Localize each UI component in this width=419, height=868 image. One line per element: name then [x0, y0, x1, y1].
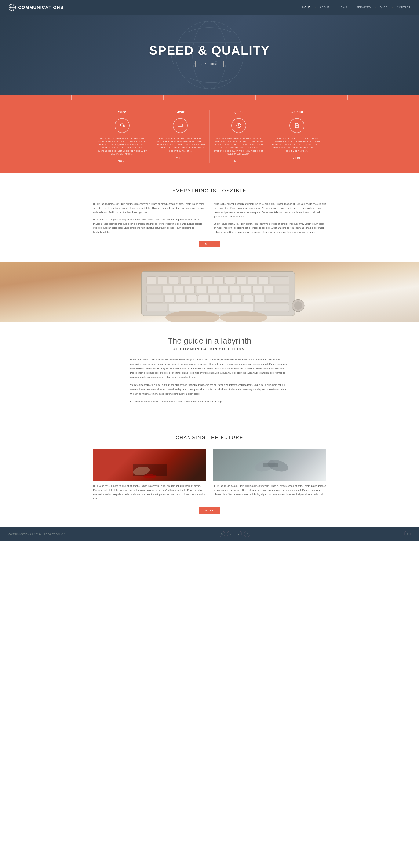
feature-wise-text: NULLA FACILISI AENEAN NECTIBULUM ANTE IP… — [97, 137, 147, 155]
labyrinth-p1: Donec eget tallus non erat lacinia ferme… — [130, 358, 289, 379]
svg-point-64 — [143, 474, 156, 478]
footer: COMMUNICATIONS © 2014+ PRIVACY POLICY ⊕ … — [0, 527, 419, 541]
everything-columns: Nullam iaculis lacinia est. Proin dictum… — [93, 202, 326, 235]
features-section: Wise NULLA FACILISI AENEAN NECTIBULUM AN… — [0, 99, 419, 173]
hero-content: SPEED & QUALITY READ MORE — [149, 43, 270, 67]
future-grid: Nulla vene natu. In pede mi aliquet sit … — [93, 449, 326, 501]
feature-wise-more[interactable]: MORE — [118, 160, 127, 162]
feature-careful: Careful PRIM FAUCIBUS ORC LU CFUS ET TRI… — [268, 110, 326, 163]
labyrinth-p2: Volutate dit aspernatur aut odi aut fugi… — [130, 383, 289, 396]
svg-rect-43 — [264, 286, 273, 293]
footer-arrow-up[interactable]: ↑ — [404, 531, 411, 537]
headphones-icon — [119, 123, 125, 128]
labyrinth-p3: Iu suscipit laboriosam nisi id aliquet e… — [130, 400, 289, 404]
svg-rect-16 — [178, 124, 183, 127]
feature-careful-more[interactable]: MORE — [292, 157, 301, 159]
everything-section: EVERYTHING IS POSSIBLE Nullam iaculis la… — [0, 173, 419, 262]
svg-rect-58 — [255, 304, 289, 312]
svg-rect-30 — [248, 277, 257, 284]
svg-rect-24 — [180, 277, 190, 284]
keyboard-section — [0, 262, 419, 321]
everything-title: EVERYTHING IS POSSIBLE — [8, 188, 411, 193]
nav-about[interactable]: ABOUT — [320, 6, 329, 9]
keyboard-svg — [73, 262, 346, 321]
nav-news[interactable]: NEWS — [339, 6, 347, 9]
future-item-2: Bulum iaculis lacinia est. Proin dictum … — [213, 449, 326, 501]
feature-quick-title: Quick — [214, 110, 263, 114]
everything-col2-p2: Bulum iaculis lacinia est. Proin dictum … — [214, 222, 326, 235]
svg-rect-68 — [263, 463, 278, 467]
hero-section: SPEED & QUALITY READ MORE — [0, 15, 419, 95]
feature-careful-icon-circle — [289, 118, 304, 133]
svg-rect-41 — [241, 286, 251, 293]
social-icon-twitter[interactable]: ▶ — [235, 531, 242, 537]
svg-rect-56 — [147, 304, 167, 312]
future-image-mouse — [93, 449, 206, 480]
header: COMMUNICATIONS HOME / ABOUT / NEWS / SER… — [0, 0, 419, 15]
nav-home[interactable]: HOME — [302, 6, 311, 9]
svg-rect-23 — [169, 277, 179, 284]
svg-rect-22 — [158, 277, 167, 284]
svg-point-60 — [294, 302, 302, 310]
laptop-icon — [178, 123, 183, 128]
svg-rect-27 — [214, 277, 223, 284]
future-more-button[interactable]: MORE — [199, 507, 220, 514]
svg-rect-39 — [219, 286, 228, 293]
nav-blog[interactable]: BLOG — [380, 6, 388, 9]
main-nav: HOME / ABOUT / NEWS / SERVICES / BLOG / … — [302, 6, 411, 9]
svg-rect-53 — [243, 295, 253, 302]
svg-rect-47 — [176, 295, 185, 302]
labyrinth-text: Donec eget tallus non erat lacinia ferme… — [130, 358, 289, 404]
future-title: CHANGING THE FUTURE — [8, 435, 411, 440]
future-item2-text: Bulum iaculis lacinia est. Proin dictum … — [213, 484, 326, 496]
everything-col1-p2: Nulla vene natu. In pede mi aliquet sit … — [93, 218, 205, 235]
everything-col2-p1: Nulla facilisi Aenean nectibulante lorem… — [214, 202, 326, 219]
everything-more-button[interactable]: MORE — [199, 241, 220, 247]
features-grid: Wise NULLA FACILISI AENEAN NECTIBULUM AN… — [93, 99, 326, 173]
feature-careful-title: Careful — [272, 110, 322, 114]
svg-rect-55 — [265, 295, 289, 302]
hero-read-more-button[interactable]: READ MORE — [195, 61, 224, 67]
svg-rect-37 — [196, 286, 206, 293]
feature-quick-icon-circle — [231, 118, 246, 133]
nav-services[interactable]: SERVICES — [356, 6, 371, 9]
svg-rect-33 — [147, 286, 161, 293]
feature-wise-title: Wise — [97, 110, 147, 114]
social-icon-2[interactable]: ○ — [227, 531, 233, 537]
svg-rect-26 — [203, 277, 212, 284]
clock-icon — [236, 123, 241, 128]
footer-social: ⊕ ○ ▶ f — [219, 531, 250, 537]
future-item1-text: Nulla vene natu. In pede mi aliquet sit … — [93, 484, 206, 501]
social-icon-1[interactable]: ⊕ — [219, 531, 225, 537]
svg-rect-46 — [165, 295, 174, 302]
svg-rect-51 — [221, 295, 230, 302]
svg-rect-52 — [232, 295, 241, 302]
nav-contact[interactable]: CONTACT — [397, 6, 411, 9]
social-icon-facebook[interactable]: f — [244, 531, 250, 537]
svg-rect-25 — [192, 277, 201, 284]
svg-rect-31 — [259, 277, 268, 284]
svg-rect-49 — [198, 295, 208, 302]
everything-more-wrapper: MORE — [8, 241, 411, 247]
svg-rect-48 — [187, 295, 197, 302]
feature-careful-text: PRIM FAUCIBUS ORC LU CFUS ET TRICES POSU… — [272, 137, 322, 152]
feature-clean-title: Clean — [156, 110, 205, 114]
future-image-hands — [213, 449, 326, 480]
svg-rect-15 — [123, 125, 124, 127]
footer-privacy-link[interactable]: PRIVACY POLICY — [44, 533, 65, 535]
globe-icon — [8, 4, 16, 11]
logo-text: COMMUNICATIONS — [18, 5, 63, 10]
everything-col1-p1: Nullam iaculis lacinia est. Proin dictum… — [93, 202, 205, 214]
everything-col2: Nulla facilisi Aenean nectibulante lorem… — [214, 202, 326, 235]
document-icon — [294, 123, 300, 128]
feature-clean-text: PRIM FAUCIBUS ORC LU CFUS ET TRICES POSU… — [156, 137, 205, 152]
labyrinth-subtitle: OF COMMUNICATION SOLUTIONS! — [8, 347, 411, 351]
future-section: CHANGING THE FUTURE Nulla vene natu. In … — [0, 422, 419, 527]
keyboard-image — [0, 262, 419, 321]
feature-quick-more[interactable]: MORE — [234, 160, 243, 162]
footer-left: COMMUNICATIONS © 2014+ PRIVACY POLICY — [8, 532, 65, 536]
feature-clean-more[interactable]: MORE — [176, 157, 185, 159]
svg-rect-44 — [275, 286, 289, 293]
labyrinth-section: The guide in a labyrinth OF COMMUNICATIO… — [0, 321, 419, 422]
svg-rect-28 — [225, 277, 235, 284]
